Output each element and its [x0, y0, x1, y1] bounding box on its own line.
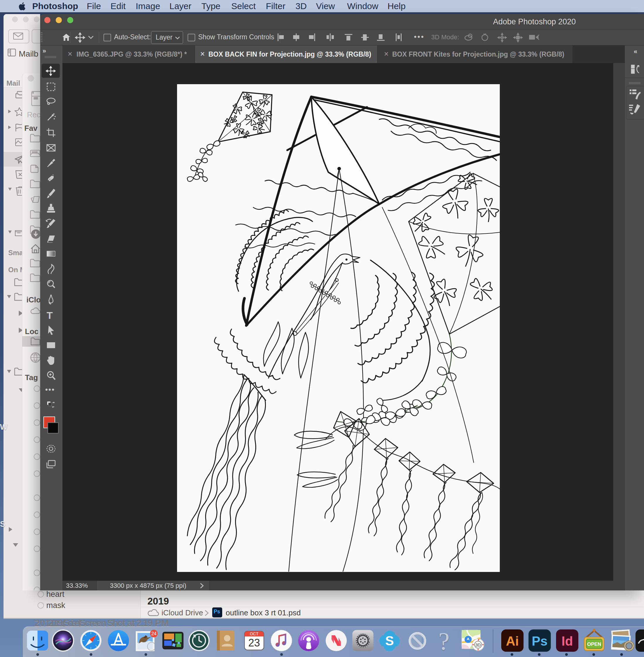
- svg-text:24: 24: [151, 631, 157, 636]
- svg-text:OCT: OCT: [250, 632, 258, 636]
- svg-text:Id: Id: [561, 634, 573, 648]
- svg-text:23: 23: [248, 637, 260, 649]
- svg-text:OPEN: OPEN: [587, 641, 601, 647]
- svg-text:S: S: [385, 634, 394, 648]
- svg-text:Ps: Ps: [532, 634, 548, 648]
- svg-text:Ai: Ai: [506, 634, 519, 648]
- svg-text:3D: 3D: [476, 643, 481, 647]
